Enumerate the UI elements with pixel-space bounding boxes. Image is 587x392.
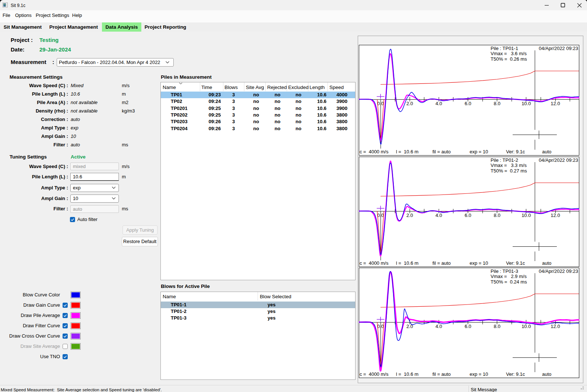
svg-text:10.0: 10.0 — [521, 101, 531, 106]
svg-text:T50% = 0.26 ms: T50% = 0.26 ms — [491, 56, 527, 62]
svg-text:T50% = 0.24 ms: T50% = 0.24 ms — [491, 279, 527, 285]
svg-text:04/Apr/2022 09:23: 04/Apr/2022 09:23 — [539, 268, 578, 274]
svg-text:auto: auto — [542, 149, 551, 154]
svg-text:Vmax = 3.6 m/s: Vmax = 3.6 m/s — [491, 51, 527, 56]
svg-text:12.0: 12.0 — [551, 101, 560, 106]
svg-text:4.0: 4.0 — [435, 324, 442, 329]
svg-text:10.0: 10.0 — [521, 324, 531, 329]
svg-text:Pile : TP01-2: Pile : TP01-2 — [491, 157, 518, 163]
svg-text:exp = 10: exp = 10 — [470, 371, 488, 377]
svg-text:4.0: 4.0 — [435, 101, 442, 106]
svg-text:c = 4000 m/s: c = 4000 m/s — [360, 260, 389, 266]
svg-text:6.0: 6.0 — [464, 101, 471, 106]
svg-text:auto: auto — [542, 260, 551, 266]
svg-text:8.0: 8.0 — [494, 213, 501, 218]
svg-text:8.0: 8.0 — [494, 101, 501, 106]
svg-text:12.0: 12.0 — [551, 324, 560, 329]
svg-text:12.0: 12.0 — [551, 213, 560, 218]
svg-text:04/Apr/2022 09:23: 04/Apr/2022 09:23 — [539, 46, 578, 51]
svg-text:c = 4000 m/s: c = 4000 m/s — [360, 371, 389, 377]
svg-text:l = 10.6 m: l = 10.6 m — [396, 260, 418, 266]
svg-text:fil = auto: fil = auto — [432, 149, 451, 154]
svg-text:Ver: 9.1c: Ver: 9.1c — [506, 149, 525, 154]
svg-text:exp = 10: exp = 10 — [470, 260, 488, 266]
svg-text:6.0: 6.0 — [464, 324, 471, 329]
svg-text:2.0: 2.0 — [406, 101, 413, 106]
svg-text:Pile : TP01-1: Pile : TP01-1 — [491, 46, 518, 51]
svg-text:4.0: 4.0 — [435, 213, 442, 218]
svg-text:T50% = 0.27 ms: T50% = 0.27 ms — [491, 168, 527, 174]
svg-text:fil = auto: fil = auto — [432, 260, 451, 266]
svg-text:Ver: 9.1c: Ver: 9.1c — [506, 371, 525, 377]
svg-text:fil = auto: fil = auto — [432, 371, 451, 377]
svg-text:2.0: 2.0 — [406, 324, 413, 329]
svg-text:exp = 10: exp = 10 — [470, 149, 488, 154]
svg-text:10.0: 10.0 — [521, 213, 531, 218]
svg-text:Ver: 9.1c: Ver: 9.1c — [506, 260, 525, 266]
svg-text:Vmax = 3.3 m/s: Vmax = 3.3 m/s — [491, 163, 527, 168]
svg-text:Vmax = 2.9 m/s: Vmax = 2.9 m/s — [491, 274, 527, 279]
svg-text:l = 10.6 m: l = 10.6 m — [396, 149, 418, 154]
svg-text:l = 10.6 m: l = 10.6 m — [396, 371, 418, 377]
svg-text:Pile : TP01-3: Pile : TP01-3 — [491, 268, 518, 274]
svg-text:6.0: 6.0 — [464, 213, 471, 218]
svg-text:2.0: 2.0 — [406, 213, 413, 218]
svg-text:auto: auto — [542, 371, 551, 377]
svg-text:c = 4000 m/s: c = 4000 m/s — [360, 149, 389, 154]
svg-text:04/Apr/2022 09:23: 04/Apr/2022 09:23 — [539, 157, 578, 163]
svg-text:8.0: 8.0 — [494, 324, 501, 329]
